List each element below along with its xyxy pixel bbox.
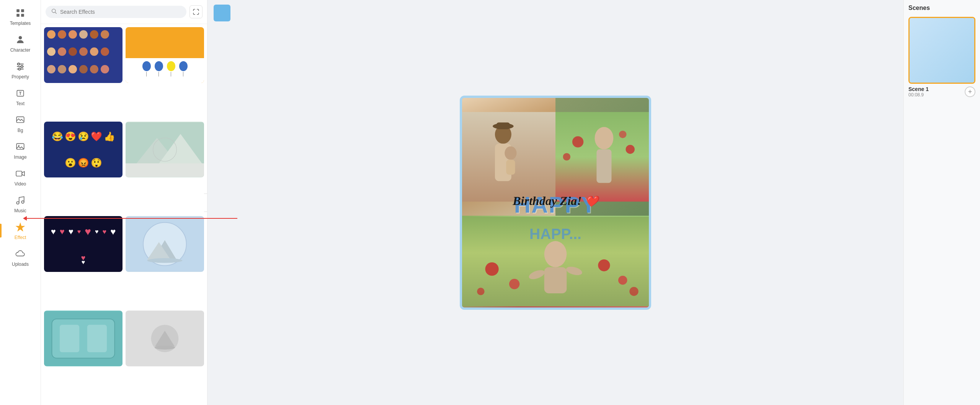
canvas-area: HAPPY Birthday Zia! ❤️ (207, 0, 903, 405)
sidebar-item-bg[interactable]: Bg (0, 110, 41, 137)
effect-icon (14, 221, 26, 233)
svg-point-50 (626, 145, 634, 153)
effect-thumb-circle-landscape[interactable] (126, 216, 204, 272)
svg-rect-55 (544, 267, 567, 293)
color-swatch[interactable] (214, 5, 230, 21)
sidebar-item-image[interactable]: Image (0, 137, 41, 164)
svg-rect-24 (126, 163, 204, 177)
svg-rect-16 (16, 171, 22, 176)
sidebar-item-label-property: Property (11, 74, 29, 80)
svg-point-63 (629, 287, 638, 296)
scene-thumb-inner (910, 18, 974, 83)
svg-point-38 (155, 346, 175, 350)
svg-point-62 (477, 288, 485, 295)
scene-name: Scene 1 (908, 86, 929, 92)
scene-duration: 00:08.9 (908, 92, 929, 98)
person-icon (14, 34, 26, 46)
sidebar-item-effect[interactable]: Effect (0, 217, 41, 244)
card-top-section: HAPPY Birthday Zia! ❤️ (462, 98, 649, 216)
birthday-card[interactable]: HAPPY Birthday Zia! ❤️ (460, 96, 651, 310)
sidebar-item-templates[interactable]: Templates (0, 3, 41, 30)
svg-rect-0 (16, 9, 20, 12)
svg-point-61 (618, 276, 627, 285)
svg-rect-45 (506, 159, 515, 174)
sidebar-item-label-image: Image (14, 155, 26, 160)
sliders-icon (14, 60, 26, 73)
sidebar-item-label-templates: Templates (10, 21, 31, 26)
arrow-indicator (23, 216, 237, 221)
sidebar-item-property[interactable]: Property (0, 57, 41, 83)
birthday-script: Birthday Zia! ❤️ (513, 194, 598, 208)
birthday-script-text: Birthday Zia! ❤️ (513, 194, 598, 208)
search-input-wrapper[interactable] (46, 6, 186, 18)
add-scene-button[interactable]: + (965, 86, 975, 97)
svg-rect-34 (87, 325, 107, 352)
sidebar-item-character[interactable]: Character (0, 30, 41, 57)
svg-point-19 (52, 9, 56, 13)
svg-point-30 (147, 258, 182, 263)
svg-point-18 (21, 201, 24, 203)
image-bg-icon (14, 114, 26, 126)
svg-point-49 (572, 136, 583, 147)
effect-thumb-polka-blue[interactable] (44, 27, 122, 83)
svg-line-20 (55, 12, 57, 14)
svg-rect-3 (21, 14, 24, 17)
effects-grid: 😂 😍 😢 ❤️ 👍 😮 😡 😲 ♥ ♥ ♥ ♥ ♥ (41, 24, 207, 405)
sidebar-item-label-character: Character (10, 47, 31, 53)
svg-rect-2 (16, 14, 20, 17)
effect-thumb-green[interactable] (44, 311, 122, 366)
effect-thumb-hearts-dark[interactable]: ♥ ♥ ♥ ♥ ♥ ♥ ♥ ♥ ♥ ♥ (44, 216, 122, 272)
effect-thumb-grey-small[interactable] (126, 311, 204, 366)
svg-point-9 (21, 65, 23, 67)
sidebar-item-label-text: Text (16, 101, 24, 106)
scene-info: Scene 1 00:08.9 + (908, 86, 975, 98)
effect-thumb-yellow-balloons[interactable] (126, 27, 204, 83)
sidebar-item-label-video: Video (15, 181, 26, 187)
svg-point-4 (19, 36, 22, 39)
scenes-panel: Scenes Scene 1 00:08.9 + (903, 0, 980, 405)
svg-text:T: T (19, 91, 22, 96)
svg-point-60 (598, 259, 610, 271)
sidebar-item-video[interactable]: Video (0, 164, 41, 190)
collapse-panel-button[interactable] (204, 194, 207, 212)
svg-rect-33 (60, 325, 79, 352)
svg-rect-48 (596, 149, 611, 183)
svg-rect-43 (497, 122, 510, 129)
sidebar-item-text[interactable]: T Text (0, 83, 41, 110)
svg-point-8 (18, 63, 20, 65)
effect-thumb-emoji[interactable]: 😂 😍 😢 ❤️ 👍 😮 😡 😲 (44, 122, 122, 177)
svg-rect-1 (21, 9, 24, 12)
scene-thumb[interactable] (908, 17, 975, 84)
svg-point-15 (18, 145, 20, 146)
svg-point-58 (485, 262, 499, 275)
sidebar-item-uploads[interactable]: Uploads (0, 244, 41, 271)
svg-text:HAPP...: HAPP... (529, 226, 581, 242)
card-bottom-section: HAPP... (462, 216, 649, 307)
svg-point-51 (619, 130, 627, 138)
sidebar-item-music[interactable]: Music (0, 190, 41, 217)
svg-point-59 (509, 278, 519, 289)
video-icon (14, 168, 26, 180)
sidebar-item-label-bg: Bg (18, 128, 23, 133)
grid-icon (14, 7, 26, 19)
arrow-line (27, 218, 237, 219)
search-icon (51, 8, 57, 16)
sidebar-item-label-uploads: Uploads (12, 262, 29, 267)
music-icon (14, 194, 26, 207)
arrow-head (23, 216, 27, 221)
svg-point-52 (563, 153, 571, 161)
image-icon (14, 141, 26, 153)
canvas-top-bar (214, 5, 230, 21)
effect-thumb-grey-landscape[interactable] (126, 122, 204, 177)
svg-point-54 (544, 241, 567, 267)
svg-point-10 (18, 68, 20, 70)
search-input[interactable] (60, 9, 181, 15)
expand-button[interactable] (189, 5, 203, 18)
svg-point-47 (595, 127, 613, 149)
svg-point-44 (505, 146, 516, 159)
text-icon: T (14, 87, 26, 99)
search-bar (41, 0, 207, 24)
cloud-icon (14, 248, 26, 260)
active-indicator (0, 224, 2, 237)
scene-item[interactable]: Scene 1 00:08.9 + (908, 17, 975, 98)
